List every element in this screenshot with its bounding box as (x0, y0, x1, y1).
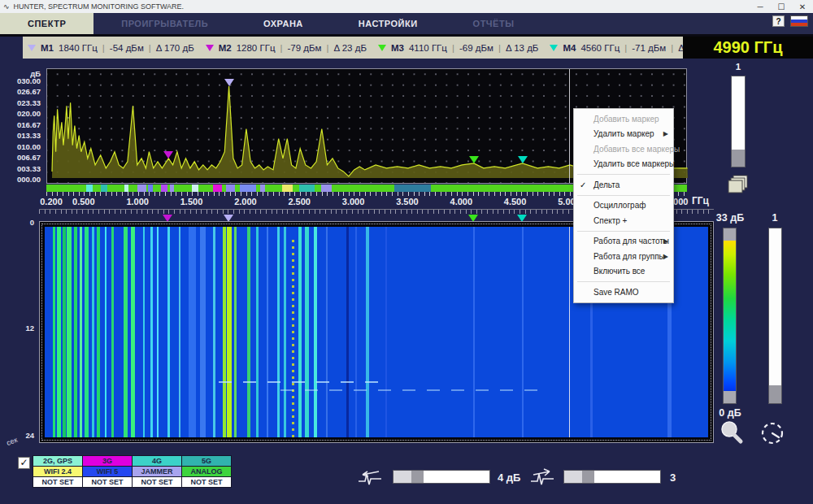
waterfall-stripe (92, 227, 94, 437)
color-scale-bottom-thumb[interactable] (724, 391, 736, 403)
marker-triangle-icon (378, 45, 386, 51)
maximize-button[interactable]: ☐ (771, 0, 792, 13)
legend-cell[interactable]: WIFI 2.4 (33, 467, 83, 477)
scale-slider[interactable] (768, 228, 782, 404)
menu-item[interactable]: Включить все (574, 264, 673, 280)
allocation-segment (240, 185, 256, 192)
allocation-segment (192, 185, 198, 192)
threshold-slider-2[interactable] (563, 470, 661, 484)
tab-1[interactable]: СПЕКТР (0, 13, 93, 34)
markerbar-gap (0, 37, 23, 59)
allocation-segment (137, 185, 146, 192)
menu-item-label: Удалить все маркеры (593, 159, 675, 168)
menu-item[interactable]: Удалить маркер▶ (574, 127, 673, 142)
waterfall-cursor-line (569, 227, 570, 437)
gauge-icon[interactable] (758, 419, 787, 449)
menu-item[interactable]: ✓Дельта (574, 177, 673, 193)
legend-cell[interactable]: NOT SET (83, 477, 133, 488)
menu-item[interactable]: Save RAMO (574, 285, 673, 300)
waterfall-stripe (284, 227, 286, 437)
legend-cell[interactable]: NOT SET (182, 477, 232, 488)
marker-readout-M1[interactable]: M11840 ГГц|-54 дБм|Δ 170 дБ (28, 43, 194, 53)
waterfall-stripe (97, 227, 100, 437)
menu-item[interactable]: Работа для частоты▶ (574, 234, 673, 250)
x-axis-label: 4.500 (504, 197, 527, 206)
waterfall-stripe (267, 227, 268, 437)
menu-item-label: Удалить маркер (593, 129, 654, 138)
menu-item[interactable]: Удалить все маркеры (574, 157, 673, 172)
y-axis-label: 023.33 (17, 98, 41, 106)
allocation-segment (282, 185, 293, 192)
legend-cell[interactable]: WIFI 5 (83, 467, 133, 477)
menu-item[interactable]: Работа для группы▶ (574, 249, 673, 264)
y-axis-label: 013.33 (17, 131, 41, 140)
threshold-slider-1[interactable] (393, 470, 490, 484)
x-axis-label: 3.000 (342, 197, 365, 206)
tab-3[interactable]: ОХРАНА (236, 13, 331, 34)
menu-item-label: Осциллограф (593, 201, 646, 210)
menu-item-label: Добавить все маркеры (593, 145, 680, 154)
chart-marker-M4[interactable] (518, 156, 528, 163)
menu-item[interactable]: Спектр + (574, 213, 673, 228)
chart-marker-M2[interactable] (163, 151, 173, 159)
waterfall-stripe (189, 227, 196, 437)
zoom-slider-thumb[interactable] (732, 150, 745, 167)
tab-5[interactable]: ОТЧЁТЫ (446, 13, 542, 34)
legend-cell[interactable]: 5G (182, 456, 232, 467)
minimize-button[interactable]: ─ (750, 0, 771, 13)
legend-cell[interactable]: 4G (133, 456, 182, 467)
y-axis-label: 026.67 (17, 87, 41, 96)
marker-readout-M3[interactable]: M34110 ГГц|-69 дБм|Δ 13 дБ (378, 43, 538, 53)
waterfall-stripe (157, 227, 159, 437)
separator: | (326, 43, 328, 53)
allocation-segment (161, 185, 167, 192)
legend-cell[interactable]: 2G, GPS (33, 456, 83, 467)
zoom-slider[interactable] (731, 76, 746, 167)
threshold-slider-1-thumb[interactable] (411, 471, 424, 483)
tab-2[interactable]: ПРОИГРЫВАТЕЛЬ (93, 13, 236, 34)
waterfall-stripe (150, 227, 153, 437)
legend-checkbox[interactable]: ✓ (18, 457, 30, 469)
submenu-arrow-icon: ▶ (663, 253, 668, 260)
context-menu: Добавить маркерУдалить маркер▶Добавить в… (573, 108, 674, 303)
separator: | (452, 43, 454, 53)
waterfall-stripe (80, 227, 82, 437)
legend-cell[interactable]: NOT SET (33, 477, 83, 488)
submenu-arrow-icon: ▶ (663, 130, 668, 137)
waterfall-stripe (385, 227, 387, 437)
color-scale-top-thumb[interactable] (724, 228, 736, 241)
marker-freq: 1840 ГГц (59, 43, 98, 53)
marker-readout-M2[interactable]: M21280 ГГц|-79 дБм|Δ 23 дБ (206, 43, 367, 53)
help-button[interactable]: ? (772, 15, 785, 27)
close-button[interactable]: ✕ (792, 0, 813, 13)
x-axis-label: 1.500 (180, 197, 203, 206)
color-scale-gradient (724, 241, 736, 393)
legend-cell[interactable]: NOT SET (133, 477, 182, 488)
language-flag-icon[interactable] (790, 15, 808, 27)
tab-4[interactable]: НАСТРОЙКИ (331, 13, 446, 34)
checkmark-icon: ✓ (580, 180, 586, 189)
chart-marker-M1[interactable] (224, 79, 234, 86)
marker-triangle-icon (550, 45, 558, 51)
x-axis-label: 0.200 (40, 197, 63, 206)
legend-cell[interactable]: JAMMER (133, 467, 182, 477)
y-axis-label: 030.00 (17, 76, 41, 85)
threshold-slider-2-thumb[interactable] (582, 471, 594, 483)
menu-item-label: Спектр + (593, 216, 627, 225)
chart-marker-M3[interactable] (469, 156, 479, 163)
menu-item: Добавить маркер (574, 111, 673, 127)
waterfall-stripe (67, 227, 72, 437)
magnifier-icon[interactable] (719, 419, 745, 445)
y-axis-label: 003.33 (17, 163, 41, 172)
menu-separator (577, 231, 670, 232)
scale-slider-thumb[interactable] (769, 385, 781, 403)
waterfall-stripe (247, 227, 250, 437)
legend-cell[interactable]: ANALOG (182, 467, 232, 477)
marker-level: -79 дБм (288, 43, 322, 53)
separator: | (624, 43, 627, 53)
layers-icon[interactable] (725, 172, 756, 198)
waterfall-dash-line (219, 381, 381, 383)
color-scale-slider[interactable] (723, 228, 737, 404)
legend-cell[interactable]: 3G (83, 456, 133, 467)
menu-item[interactable]: Осциллограф (574, 198, 673, 214)
